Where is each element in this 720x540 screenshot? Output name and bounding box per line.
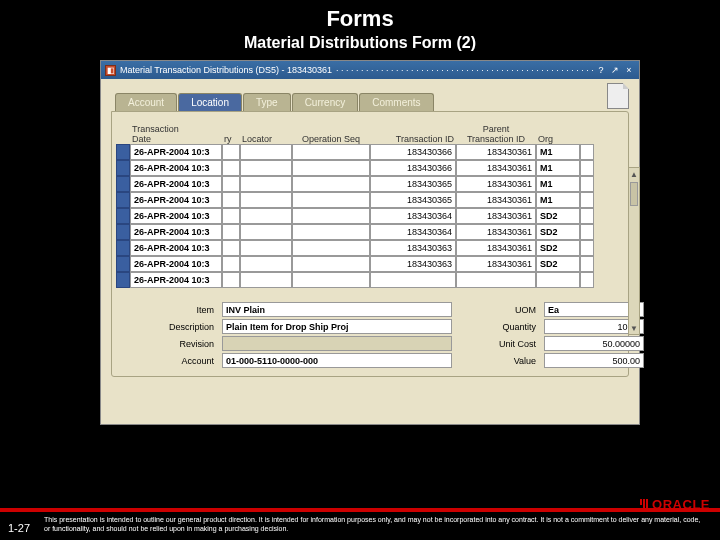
tab-location[interactable]: Location xyxy=(178,93,242,111)
cell-loc[interactable] xyxy=(240,208,292,224)
tab-type[interactable]: Type xyxy=(243,93,291,111)
cell-org[interactable] xyxy=(536,224,580,240)
cell-date[interactable] xyxy=(130,272,222,288)
field-item[interactable] xyxy=(222,302,452,317)
row-extra[interactable] xyxy=(580,256,594,272)
row-marker[interactable] xyxy=(116,272,130,288)
cell-org[interactable] xyxy=(536,192,580,208)
field-ucost[interactable] xyxy=(544,336,644,351)
cell-loc[interactable] xyxy=(240,256,292,272)
cell-date[interactable] xyxy=(130,224,222,240)
cell-loc[interactable] xyxy=(240,240,292,256)
cell-ptxid[interactable] xyxy=(456,144,536,160)
cell-org[interactable] xyxy=(536,272,580,288)
cell-ry[interactable] xyxy=(222,272,240,288)
cell-loc[interactable] xyxy=(240,144,292,160)
cell-date[interactable] xyxy=(130,160,222,176)
row-marker[interactable] xyxy=(116,144,130,160)
cell-loc[interactable] xyxy=(240,224,292,240)
tab-comments[interactable]: Comments xyxy=(359,93,433,111)
row-extra[interactable] xyxy=(580,224,594,240)
row-marker[interactable] xyxy=(116,224,130,240)
cell-ptxid[interactable] xyxy=(456,192,536,208)
row-extra[interactable] xyxy=(580,160,594,176)
cell-ptxid[interactable] xyxy=(456,272,536,288)
cell-loc[interactable] xyxy=(240,272,292,288)
row-extra[interactable] xyxy=(580,144,594,160)
cell-org[interactable] xyxy=(536,240,580,256)
cell-ptxid[interactable] xyxy=(456,208,536,224)
cell-ptxid[interactable] xyxy=(456,160,536,176)
row-marker[interactable] xyxy=(116,240,130,256)
cell-opseq[interactable] xyxy=(292,208,370,224)
field-desc[interactable] xyxy=(222,319,452,334)
row-extra[interactable] xyxy=(580,208,594,224)
cell-ry[interactable] xyxy=(222,160,240,176)
help-icon[interactable]: ? xyxy=(595,64,607,76)
row-marker[interactable] xyxy=(116,176,130,192)
row-marker[interactable] xyxy=(116,192,130,208)
cell-loc[interactable] xyxy=(240,192,292,208)
cell-txid[interactable] xyxy=(370,224,456,240)
cell-opseq[interactable] xyxy=(292,144,370,160)
vertical-scrollbar[interactable]: ▲ ▼ xyxy=(628,167,640,335)
tab-currency[interactable]: Currency xyxy=(292,93,359,111)
cell-ry[interactable] xyxy=(222,176,240,192)
cell-org[interactable] xyxy=(536,144,580,160)
cell-txid[interactable] xyxy=(370,256,456,272)
cell-ry[interactable] xyxy=(222,208,240,224)
cell-date[interactable] xyxy=(130,208,222,224)
cell-opseq[interactable] xyxy=(292,192,370,208)
row-marker[interactable] xyxy=(116,208,130,224)
cell-org[interactable] xyxy=(536,208,580,224)
cell-ry[interactable] xyxy=(222,144,240,160)
minimize-icon[interactable]: ↗ xyxy=(609,64,621,76)
cell-txid[interactable] xyxy=(370,272,456,288)
cell-opseq[interactable] xyxy=(292,224,370,240)
cell-opseq[interactable] xyxy=(292,160,370,176)
row-extra[interactable] xyxy=(580,192,594,208)
cell-org[interactable] xyxy=(536,176,580,192)
row-extra[interactable] xyxy=(580,176,594,192)
cell-txid[interactable] xyxy=(370,192,456,208)
cell-ptxid[interactable] xyxy=(456,176,536,192)
cell-ry[interactable] xyxy=(222,240,240,256)
cell-ry[interactable] xyxy=(222,256,240,272)
cell-loc[interactable] xyxy=(240,176,292,192)
field-value[interactable] xyxy=(544,353,644,368)
cell-opseq[interactable] xyxy=(292,256,370,272)
cell-date[interactable] xyxy=(130,176,222,192)
cell-txid[interactable] xyxy=(370,176,456,192)
cell-txid[interactable] xyxy=(370,208,456,224)
row-marker[interactable] xyxy=(116,256,130,272)
cell-opseq[interactable] xyxy=(292,272,370,288)
cell-ry[interactable] xyxy=(222,224,240,240)
cell-opseq[interactable] xyxy=(292,176,370,192)
cell-txid[interactable] xyxy=(370,240,456,256)
cell-date[interactable] xyxy=(130,240,222,256)
row-extra[interactable] xyxy=(580,240,594,256)
tab-account[interactable]: Account xyxy=(115,93,177,111)
cell-loc[interactable] xyxy=(240,160,292,176)
cell-opseq[interactable] xyxy=(292,240,370,256)
field-acct[interactable] xyxy=(222,353,452,368)
field-rev[interactable] xyxy=(222,336,452,351)
cell-txid[interactable] xyxy=(370,144,456,160)
cell-txid[interactable] xyxy=(370,160,456,176)
cell-date[interactable] xyxy=(130,256,222,272)
cell-ptxid[interactable] xyxy=(456,240,536,256)
cell-org[interactable] xyxy=(536,256,580,272)
cell-date[interactable] xyxy=(130,192,222,208)
close-icon[interactable]: × xyxy=(623,64,635,76)
document-icon[interactable] xyxy=(607,83,629,109)
cell-org[interactable] xyxy=(536,160,580,176)
cell-ptxid[interactable] xyxy=(456,224,536,240)
scroll-up-icon[interactable]: ▲ xyxy=(629,168,639,180)
cell-ry[interactable] xyxy=(222,192,240,208)
row-extra[interactable] xyxy=(580,272,594,288)
scroll-down-icon[interactable]: ▼ xyxy=(629,322,639,334)
row-marker[interactable] xyxy=(116,160,130,176)
cell-ptxid[interactable] xyxy=(456,256,536,272)
scroll-thumb[interactable] xyxy=(630,182,638,206)
cell-date[interactable] xyxy=(130,144,222,160)
